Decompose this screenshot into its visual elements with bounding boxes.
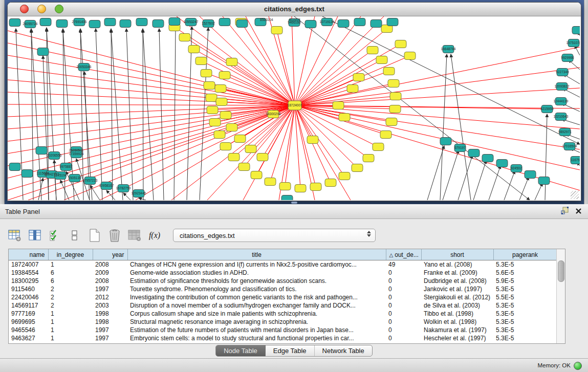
- graph-node[interactable]: [279, 183, 291, 190]
- close-panel-icon[interactable]: [575, 207, 582, 216]
- tab-edge-table[interactable]: Edge Table: [266, 345, 315, 356]
- table-row[interactable]: 977716911998Corpus callosum shape and si…: [9, 310, 557, 318]
- graph-node[interactable]: [538, 177, 550, 185]
- graph-node[interactable]: [136, 18, 147, 26]
- graph-node[interactable]: [387, 18, 398, 26]
- graph-node[interactable]: [36, 147, 47, 155]
- graph-edge[interactable]: [126, 29, 133, 200]
- graph-node[interactable]: [201, 70, 212, 77]
- graph-edge[interactable]: [38, 178, 43, 200]
- scrollbar-thumb[interactable]: [558, 260, 564, 282]
- graph-node[interactable]: [376, 56, 387, 64]
- graph-edge[interactable]: [174, 28, 176, 200]
- graph-node[interactable]: [215, 85, 226, 93]
- graph-node[interactable]: [40, 18, 51, 26]
- graph-edge[interactable]: [535, 183, 542, 200]
- graph-node[interactable]: [333, 102, 344, 110]
- graph-edge[interactable]: [285, 105, 295, 186]
- column-header-title[interactable]: title: [127, 249, 386, 260]
- graph-edge[interactable]: [175, 27, 295, 105]
- graph-node[interactable]: [169, 18, 180, 26]
- graph-edge[interactable]: [504, 171, 515, 200]
- graph-edge[interactable]: [171, 105, 295, 200]
- graph-node[interactable]: [206, 94, 217, 102]
- table-selector-dropdown[interactable]: citations_edges.txt: [173, 229, 376, 242]
- tab-network-table[interactable]: Network Table: [315, 345, 372, 356]
- graph-edge[interactable]: [443, 150, 459, 200]
- graph-node[interactable]: [228, 154, 239, 161]
- graph-node[interactable]: [207, 106, 218, 114]
- table-row[interactable]: 946362711997Embryonic stem cells: a mode…: [9, 334, 557, 342]
- graph-edge[interactable]: [143, 29, 143, 200]
- graph-node[interactable]: [295, 185, 306, 192]
- graph-edge[interactable]: [159, 29, 164, 200]
- graph-node[interactable]: [188, 46, 200, 53]
- graph-node[interactable]: [21, 170, 33, 178]
- new-table-button[interactable]: [87, 228, 102, 243]
- graph-edge[interactable]: [295, 105, 580, 170]
- graph-node[interactable]: [388, 80, 399, 87]
- graph-node[interactable]: [9, 19, 20, 27]
- graph-node[interactable]: [339, 172, 350, 180]
- graph-node[interactable]: [305, 20, 316, 28]
- graph-node[interactable]: [238, 163, 250, 171]
- table-row[interactable]: 969969511998Structural magnetic resonanc…: [9, 318, 557, 326]
- graph-node[interactable]: [281, 195, 293, 201]
- window-resize-grip[interactable]: [571, 191, 579, 199]
- table-row[interactable]: 1872400712008Changes of HCN gene express…: [9, 260, 557, 269]
- graph-node[interactable]: [352, 164, 363, 172]
- graph-edge[interactable]: [111, 29, 113, 200]
- graph-node[interactable]: [395, 40, 406, 48]
- graph-node[interactable]: [363, 155, 374, 162]
- table-row[interactable]: 1938455462009Genome-wide association stu…: [9, 269, 557, 277]
- graph-node[interactable]: [354, 18, 365, 26]
- graph-node[interactable]: [380, 131, 391, 139]
- graph-node[interactable]: [496, 160, 508, 167]
- graph-node[interactable]: [226, 124, 237, 132]
- graph-edge[interactable]: [8, 105, 295, 129]
- graph-node[interactable]: [338, 20, 349, 28]
- column-header-year[interactable]: year: [93, 249, 127, 260]
- graph-node[interactable]: [265, 178, 276, 186]
- graph-edge[interactable]: [295, 105, 331, 183]
- graph-edge[interactable]: [139, 198, 146, 200]
- graph-node[interactable]: [310, 183, 321, 191]
- graph-edge[interactable]: [440, 54, 447, 200]
- graph-node[interactable]: [9, 163, 20, 171]
- graph-node[interactable]: [389, 105, 401, 113]
- graph-edge[interactable]: [232, 62, 295, 105]
- graph-edge[interactable]: [295, 16, 384, 105]
- graph-node[interactable]: [226, 58, 237, 66]
- graph-node[interactable]: [347, 85, 358, 93]
- graph-node[interactable]: [440, 138, 451, 145]
- panel-splitter-handle[interactable]: [291, 202, 297, 204]
- graph-node[interactable]: [216, 98, 227, 106]
- graph-node[interactable]: [251, 171, 262, 179]
- delete-table-button-disabled[interactable]: [127, 228, 142, 243]
- table-row[interactable]: 1456911722003Disruption of a novel membe…: [9, 301, 557, 310]
- graph-node[interactable]: [572, 27, 580, 34]
- delete-rows-trash-button[interactable]: [107, 228, 122, 243]
- graph-node[interactable]: [214, 131, 225, 139]
- graph-node[interactable]: [353, 74, 364, 81]
- column-header-out-degree[interactable]: △out_de...: [386, 249, 421, 260]
- graph-edge[interactable]: [200, 28, 208, 200]
- function-builder-button[interactable]: f(x): [147, 228, 162, 243]
- window-titlebar[interactable]: citations_edges.txt: [8, 3, 581, 16]
- graph-node[interactable]: [219, 18, 230, 26]
- graph-node[interactable]: [204, 82, 215, 90]
- graph-edge[interactable]: [458, 156, 472, 200]
- graph-node[interactable]: [525, 171, 536, 179]
- graph-node[interactable]: [37, 48, 49, 56]
- graph-node[interactable]: [245, 145, 256, 153]
- graph-node[interactable]: [390, 93, 401, 100]
- graph-node[interactable]: [234, 135, 246, 143]
- table-row[interactable]: 1830029562008Estimation of significance …: [9, 277, 557, 285]
- graph-node[interactable]: [89, 20, 100, 28]
- graph-node[interactable]: [339, 114, 350, 121]
- graph-node[interactable]: [220, 143, 231, 150]
- graph-node[interactable]: [195, 57, 207, 65]
- graph-node[interactable]: [56, 20, 68, 28]
- graph-node[interactable]: [373, 143, 384, 151]
- network-canvas[interactable]: 1830029524055724276914061055324715276029…: [8, 16, 580, 200]
